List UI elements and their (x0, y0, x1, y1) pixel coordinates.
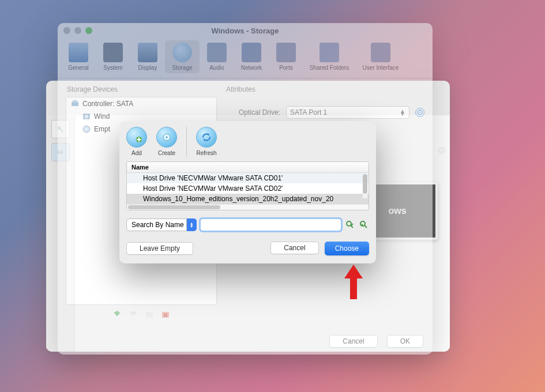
tab-audio[interactable]: Audio (200, 40, 234, 73)
horizontal-scrollbar-track[interactable] (127, 204, 369, 210)
window-minimize-button[interactable] (74, 27, 81, 34)
disk-chooser-sheet: Add Create Refresh Name Host Drive 'NECV… (119, 121, 376, 263)
settings-title: Windows - Storage (58, 27, 433, 35)
monitor-icon (69, 43, 88, 62)
search-mode-select[interactable]: Search By Name (126, 218, 187, 231)
optical-drive-label: Optical Drive: (225, 108, 280, 116)
chip-icon (103, 43, 123, 62)
optical-drive-select[interactable]: SATA Port 1 ▲▼ (286, 106, 409, 119)
list-item[interactable]: Windows_10_Home_editions_version_20h2_up… (127, 194, 369, 204)
storage-icon (172, 43, 192, 62)
tab-system[interactable]: System (96, 40, 130, 73)
harddisk-icon (82, 112, 91, 120)
remove-controller-icon[interactable] (128, 310, 138, 320)
window-close-button[interactable] (63, 27, 70, 34)
svg-rect-0 (72, 102, 78, 106)
settings-cancel-button[interactable]: Cancel (329, 335, 377, 348)
network-icon (242, 43, 261, 62)
folder-icon (320, 43, 339, 62)
chooser-create-button[interactable]: Create (156, 127, 177, 156)
select-stepper-icon[interactable]: ▲▼ (187, 218, 197, 231)
search-next-icon[interactable] (359, 220, 369, 230)
ui-icon (371, 43, 390, 62)
chooser-add-button[interactable]: Add (126, 127, 147, 156)
remove-attachment-icon[interactable] (160, 310, 171, 320)
svg-point-9 (419, 112, 420, 113)
tab-user-interface[interactable]: User Interface (355, 40, 406, 73)
vertical-scrollbar-thumb[interactable] (363, 174, 367, 194)
settings-toolbar: General System Display Storage Audio Net… (58, 38, 433, 78)
tab-network[interactable]: Network (234, 40, 269, 73)
toolbar-separator (186, 127, 187, 157)
svg-point-5 (86, 129, 88, 130)
add-controller-icon[interactable] (112, 310, 122, 320)
leave-empty-button[interactable]: Leave Empty (126, 242, 193, 255)
settings-ok-button[interactable]: OK (387, 335, 423, 348)
tab-storage[interactable]: Storage (165, 40, 200, 73)
tree-controller-row[interactable]: Controller: SATA (66, 97, 216, 110)
storage-devices-label: Storage Devices (66, 85, 217, 93)
chooser-refresh-button[interactable]: Refresh (196, 127, 217, 156)
tab-shared-folders[interactable]: Shared Folders (303, 40, 355, 73)
media-list[interactable]: Name Host Drive 'NECVMWar VMware SATA CD… (126, 161, 369, 210)
window-zoom-button[interactable] (85, 27, 92, 34)
refresh-icon (196, 127, 217, 148)
display-icon (138, 43, 157, 62)
svg-rect-6 (146, 312, 153, 318)
ports-icon (276, 43, 296, 62)
speaker-icon (207, 43, 227, 62)
list-header-name[interactable]: Name (127, 162, 369, 173)
svg-point-13 (166, 137, 168, 138)
horizontal-scrollbar-thumb[interactable] (128, 205, 220, 209)
svg-point-3 (85, 115, 88, 118)
add-attachment-icon[interactable] (144, 310, 155, 320)
chooser-choose-button[interactable]: Choose (325, 242, 369, 255)
tab-general[interactable]: General (61, 40, 96, 73)
settings-titlebar: Windows - Storage (58, 23, 433, 38)
tab-display[interactable]: Display (130, 40, 165, 73)
attributes-label: Attributes (225, 85, 424, 93)
chooser-cancel-button[interactable]: Cancel (270, 242, 318, 254)
choose-disk-icon[interactable] (415, 108, 424, 117)
list-item[interactable]: Host Drive 'NECVMWar VMware SATA CD01' (127, 173, 369, 183)
search-prev-icon[interactable] (345, 220, 355, 230)
create-disc-icon (156, 127, 177, 148)
svg-rect-1 (73, 100, 77, 103)
tab-ports[interactable]: Ports (269, 40, 303, 73)
controller-icon (71, 100, 79, 108)
disc-icon (82, 125, 91, 133)
add-disc-icon (126, 127, 147, 148)
storage-tree-toolbar (66, 305, 217, 320)
select-arrows-icon: ▲▼ (400, 110, 405, 115)
search-input[interactable] (200, 218, 341, 231)
list-item[interactable]: Host Drive 'NECVMWar VMware SATA CD02' (127, 183, 369, 194)
svg-point-14 (347, 221, 351, 226)
